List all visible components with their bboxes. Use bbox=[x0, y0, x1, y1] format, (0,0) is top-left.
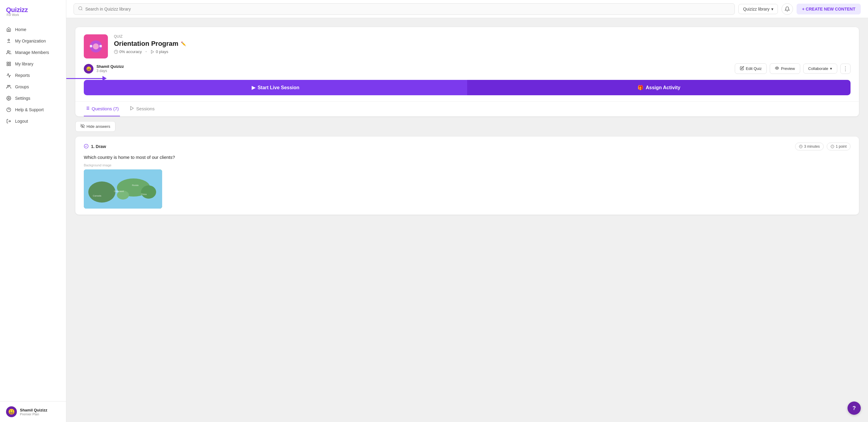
sidebar: Quizizz For Work Home My Organization Ma… bbox=[0, 0, 66, 422]
svg-point-1 bbox=[7, 51, 9, 52]
members-icon bbox=[6, 50, 11, 55]
logo-area: Quizizz For Work bbox=[0, 0, 66, 21]
bg-image-label: Background image bbox=[84, 163, 850, 167]
create-btn-label: + CREATE NEW CONTENT bbox=[802, 7, 855, 11]
question-card-header: 1. Draw 3 minutes 1 point bbox=[84, 143, 850, 150]
arrow-indicator bbox=[66, 76, 107, 81]
sessions-icon bbox=[130, 106, 134, 112]
sidebar-item-label: My Organization bbox=[15, 38, 46, 43]
action-buttons-row: ▶ Start Live Session 🎁 Assign Activity bbox=[84, 80, 850, 95]
preview-button[interactable]: Preview bbox=[770, 63, 800, 74]
groups-icon bbox=[6, 84, 11, 90]
sidebar-item-groups[interactable]: Groups bbox=[0, 81, 66, 93]
library-selector[interactable]: Quizizz library ▾ bbox=[738, 4, 778, 14]
svg-text:Greenland: Greenland bbox=[114, 190, 124, 192]
plays-stat: 0 plays bbox=[150, 50, 168, 54]
library-icon bbox=[6, 61, 11, 67]
sidebar-item-label: Home bbox=[15, 27, 26, 32]
svg-point-6 bbox=[7, 85, 8, 87]
reports-icon bbox=[6, 73, 11, 78]
hide-answers-button[interactable]: Hide answers bbox=[75, 121, 116, 132]
svg-point-12 bbox=[79, 7, 82, 10]
quiz-thumbnail bbox=[84, 34, 108, 58]
draw-icon bbox=[84, 144, 89, 150]
quiz-author-row: 😀 Shamil Quizizz 3 days Edit Quiz bbox=[75, 58, 859, 80]
author-info: 😀 Shamil Quizizz 3 days bbox=[84, 64, 124, 73]
svg-point-36 bbox=[88, 181, 116, 203]
create-new-content-button[interactable]: + CREATE NEW CONTENT bbox=[797, 4, 861, 14]
svg-rect-4 bbox=[9, 64, 10, 66]
user-info: Shamil Quizizz Premier Plan bbox=[20, 408, 60, 416]
library-selector-label: Quizizz library bbox=[743, 7, 770, 11]
eye-icon bbox=[775, 66, 779, 71]
sidebar-item-label: Help & Support bbox=[15, 107, 44, 112]
sidebar-item-label: My library bbox=[15, 61, 33, 66]
tabs-row: Questions (7) Sessions bbox=[75, 101, 859, 116]
notification-button[interactable] bbox=[781, 3, 793, 15]
sidebar-item-my-organization[interactable]: My Organization bbox=[0, 35, 66, 47]
assign-activity-button[interactable]: 🎁 Assign Activity bbox=[467, 80, 850, 95]
sidebar-item-logout[interactable]: Logout bbox=[0, 116, 66, 127]
chevron-down-icon: ▾ bbox=[771, 7, 773, 11]
question-text: Which country is home to most of our cli… bbox=[84, 155, 850, 160]
logo: Quizizz For Work bbox=[6, 6, 28, 17]
time-badge: 3 minutes bbox=[795, 143, 824, 150]
sidebar-item-manage-members[interactable]: Manage Members bbox=[0, 47, 66, 58]
header: Quizizz library ▾ + CREATE NEW CONTENT bbox=[66, 0, 868, 18]
svg-point-8 bbox=[8, 98, 9, 99]
question-badges: 3 minutes 1 point bbox=[795, 143, 850, 150]
logo-brand: Quizizz bbox=[6, 6, 28, 14]
author-name: Shamil Quizizz bbox=[96, 64, 124, 69]
accuracy-stat: 0% accuracy bbox=[114, 50, 142, 54]
author-avatar: 😀 bbox=[84, 64, 93, 73]
svg-point-21 bbox=[777, 67, 778, 69]
organization-icon bbox=[6, 38, 11, 44]
quiz-type-label: QUIZ bbox=[114, 34, 850, 38]
svg-marker-20 bbox=[151, 50, 154, 53]
sidebar-item-home[interactable]: Home bbox=[0, 24, 66, 35]
quiz-header: QUIZ Orientation Program ✏️ 0% accuracy … bbox=[75, 27, 859, 58]
avatar: 😀 bbox=[6, 406, 17, 417]
play-icon: ▶ bbox=[252, 85, 255, 90]
sidebar-item-my-library[interactable]: My library bbox=[0, 58, 66, 70]
svg-line-13 bbox=[82, 9, 82, 10]
collaborate-button[interactable]: Collaborate ▾ bbox=[803, 64, 838, 73]
settings-icon bbox=[6, 95, 11, 101]
edit-title-icon[interactable]: ✏️ bbox=[181, 41, 186, 46]
sidebar-item-label: Reports bbox=[15, 73, 30, 78]
sidebar-item-label: Settings bbox=[15, 96, 30, 101]
more-options-button[interactable]: ⋮ bbox=[840, 64, 850, 74]
svg-rect-5 bbox=[7, 64, 8, 66]
quiz-title: Orientation Program ✏️ bbox=[114, 40, 850, 48]
logout-icon bbox=[6, 118, 11, 124]
tab-questions[interactable]: Questions (7) bbox=[84, 101, 120, 116]
search-input[interactable] bbox=[85, 7, 730, 11]
sidebar-footer: 😀 Shamil Quizizz Premier Plan bbox=[0, 401, 66, 422]
hide-icon bbox=[81, 124, 85, 129]
quiz-details: QUIZ Orientation Program ✏️ 0% accuracy … bbox=[114, 34, 850, 54]
search-bar[interactable] bbox=[73, 3, 735, 15]
questions-section: Hide answers 1. Draw 3 minutes bbox=[75, 121, 859, 215]
help-button[interactable]: ? bbox=[847, 401, 861, 415]
sidebar-item-reports[interactable]: Reports bbox=[0, 70, 66, 81]
sidebar-item-label: Logout bbox=[15, 119, 28, 124]
chevron-down-icon: ▾ bbox=[830, 66, 832, 71]
sidebar-item-help-support[interactable]: Help & Support bbox=[0, 104, 66, 116]
edit-quiz-button[interactable]: Edit Quiz bbox=[735, 63, 767, 74]
help-icon bbox=[6, 107, 11, 113]
quiz-stats: 0% accuracy • 0 plays bbox=[114, 50, 850, 54]
logo-tagline: For Work bbox=[6, 13, 28, 17]
question-type: 1. Draw bbox=[84, 144, 106, 150]
sidebar-item-settings[interactable]: Settings bbox=[0, 93, 66, 104]
svg-rect-18 bbox=[99, 45, 102, 47]
svg-rect-2 bbox=[7, 62, 8, 64]
svg-text:Canada: Canada bbox=[93, 194, 101, 197]
sidebar-item-label: Groups bbox=[15, 84, 29, 89]
svg-rect-3 bbox=[9, 62, 10, 64]
tab-sessions[interactable]: Sessions bbox=[128, 101, 156, 116]
pencil-icon bbox=[740, 66, 744, 71]
home-icon bbox=[6, 27, 11, 32]
start-live-session-button[interactable]: ▶ Start Live Session bbox=[84, 80, 467, 95]
svg-point-16 bbox=[93, 43, 99, 50]
svg-point-7 bbox=[9, 85, 10, 87]
